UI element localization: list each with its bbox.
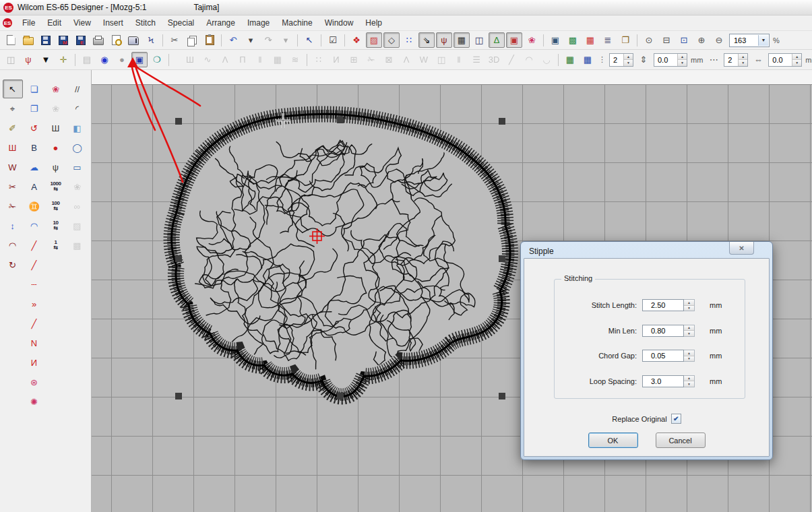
undo-dropdown[interactable]: ▾ bbox=[243, 32, 259, 48]
menu-help[interactable]: Help bbox=[359, 17, 388, 29]
menu-image[interactable]: Image bbox=[241, 17, 276, 29]
save-design-button[interactable] bbox=[38, 32, 54, 48]
column-width-field-spinner[interactable]: ▲▼ bbox=[792, 54, 801, 66]
auto-outline-button[interactable]: ❍ bbox=[149, 52, 165, 67]
zoom-actual-button[interactable]: ⊙ bbox=[641, 32, 657, 48]
menu-file[interactable]: File bbox=[16, 17, 41, 29]
stitch-count-icon[interactable]: ⋯ bbox=[706, 52, 722, 67]
thread-chart-button[interactable]: ≣ bbox=[600, 32, 616, 48]
design-overview-button[interactable]: ▣ bbox=[547, 32, 563, 48]
applique-tool[interactable]: ◠ bbox=[24, 216, 44, 235]
stipple-fill-button[interactable]: ▣ bbox=[131, 52, 148, 67]
jagged-run-tool[interactable]: N bbox=[24, 333, 44, 352]
menu-insert[interactable]: Insert bbox=[97, 17, 129, 29]
menu-arrange[interactable]: Arrange bbox=[200, 17, 241, 29]
export-machine-file-button[interactable] bbox=[73, 32, 89, 48]
penetration-tool[interactable]: ψ bbox=[46, 158, 66, 177]
stemstitch-tool[interactable]: ╱ bbox=[24, 314, 44, 333]
scale-grid-a-button[interactable]: ▦ bbox=[562, 52, 578, 67]
hoop-view-button[interactable]: ◫ bbox=[471, 32, 487, 48]
select-object-tool[interactable]: ↖ bbox=[3, 79, 23, 98]
complex-fill-tool[interactable]: ◧ bbox=[67, 119, 88, 137]
start-needle-button[interactable]: ψ bbox=[20, 52, 36, 67]
picture-view-toggle[interactable]: ▣ bbox=[506, 32, 522, 48]
menu-stitch[interactable]: Stitch bbox=[129, 17, 162, 29]
zoom-out-button[interactable]: ⊖ bbox=[711, 32, 727, 48]
artwork-view-button[interactable]: ❀ bbox=[524, 32, 540, 48]
open-design-button[interactable] bbox=[20, 32, 36, 48]
cancel-button[interactable]: Cancel bbox=[656, 433, 706, 448]
dialog-title-bar[interactable]: Stipple ✕ bbox=[523, 244, 770, 258]
lettering-tool[interactable]: A bbox=[24, 177, 44, 196]
spinner-buttons[interactable]: ▲▼ bbox=[684, 299, 695, 311]
cut-button[interactable]: ✂ bbox=[166, 32, 183, 48]
reshape-curve-tool[interactable]: ❐ bbox=[24, 99, 44, 118]
hatch-fill-view-toggle[interactable]: ▨ bbox=[366, 32, 382, 48]
zoom-in-button[interactable]: ⊕ bbox=[693, 32, 710, 48]
menu-edit[interactable]: Edit bbox=[41, 17, 67, 29]
ellipse-tool[interactable]: ◯ bbox=[67, 138, 88, 157]
measure-tool[interactable]: ↕ bbox=[3, 216, 23, 235]
pull-comp-field-spinner[interactable]: ▲▼ bbox=[677, 54, 687, 66]
menu-window[interactable]: Window bbox=[319, 17, 360, 29]
travel-10-tool[interactable]: 10 ⇆ bbox=[46, 216, 66, 235]
menu-machine[interactable]: Machine bbox=[276, 17, 318, 29]
underlay-count-spin[interactable]: 2▲▼ bbox=[609, 53, 633, 67]
parallel-weave-tool[interactable]: // bbox=[67, 79, 88, 98]
print-button[interactable] bbox=[90, 32, 106, 48]
triple-run-tool[interactable]: ╱ bbox=[24, 255, 44, 274]
add-holes-button[interactable]: ✛ bbox=[55, 52, 71, 67]
chord-gap-field[interactable]: 0.05 bbox=[642, 350, 684, 362]
menu-view[interactable]: View bbox=[67, 17, 97, 29]
thread-colors-button[interactable]: ▩ bbox=[565, 32, 581, 48]
grid-view-toggle[interactable]: ▦ bbox=[454, 32, 470, 48]
motif-run-tool[interactable]: ┄ bbox=[24, 275, 44, 294]
auto-select-pointer-button[interactable]: ↖ bbox=[301, 32, 317, 48]
row-spacing-icon[interactable]: ⇕ bbox=[635, 52, 652, 67]
fan-stitch-tool[interactable]: ◠ bbox=[3, 236, 23, 255]
outlines-view-toggle[interactable]: ◇ bbox=[383, 32, 400, 48]
machine-connect-button[interactable]: Ϟ bbox=[143, 32, 159, 48]
menu-special[interactable]: Special bbox=[162, 17, 200, 29]
undo-button[interactable]: ↶ bbox=[225, 32, 241, 48]
stitch-cursor-toggle[interactable]: ⇘ bbox=[418, 32, 435, 48]
end-needle-button[interactable]: ▼ bbox=[38, 52, 54, 67]
arc-digitize-tool[interactable]: ◜ bbox=[67, 99, 88, 118]
column-a-tool[interactable]: Ш bbox=[3, 138, 23, 157]
spinner-buttons[interactable]: ▲▼ bbox=[684, 350, 695, 362]
needle-points-toggle[interactable]: ψ bbox=[436, 32, 452, 48]
stitch-angle-tool[interactable]: W bbox=[3, 158, 23, 177]
column-width-icon[interactable]: ⇔ bbox=[750, 52, 766, 67]
zigzag-column-tool[interactable]: Ш bbox=[46, 119, 66, 137]
min-len-field[interactable]: 0.80 bbox=[642, 325, 684, 337]
paste-button[interactable] bbox=[201, 32, 218, 48]
zoom-box-button[interactable]: ⊡ bbox=[676, 32, 692, 48]
run-stitch-tool[interactable]: ╱ bbox=[24, 236, 44, 255]
background-view-toggle[interactable]: ∆ bbox=[489, 32, 505, 48]
offset-object-button[interactable]: ◉ bbox=[96, 52, 113, 67]
cut-object-tool[interactable]: ✁ bbox=[3, 197, 23, 216]
stitch-length-field[interactable]: 2.50 bbox=[642, 299, 684, 311]
underlay-count-spin-spinner[interactable]: ▲▼ bbox=[623, 54, 633, 66]
branching-tool[interactable]: ❀ bbox=[46, 79, 66, 98]
ok-button[interactable]: OK bbox=[588, 433, 638, 448]
print-preview-button[interactable] bbox=[108, 32, 124, 48]
travel-1-tool[interactable]: 1 ⇆ bbox=[46, 236, 66, 255]
loop-spacing-field[interactable]: 3.0 bbox=[642, 375, 684, 387]
open-object-tool[interactable]: ✐ bbox=[3, 119, 23, 137]
star-fill-tool[interactable]: ⊛ bbox=[24, 373, 44, 391]
column-width-field[interactable]: 0.0▲▼ bbox=[768, 53, 802, 67]
reshape-object-tool[interactable]: ❏ bbox=[24, 79, 44, 98]
slow-redraw-button[interactable]: ❐ bbox=[617, 32, 633, 48]
remove-stitch-angle-tool[interactable]: ✂ bbox=[3, 177, 23, 196]
zigzag-run-tool[interactable]: И bbox=[24, 353, 44, 372]
options-checkbox-button[interactable]: ☑ bbox=[325, 32, 341, 48]
copy-button[interactable] bbox=[184, 32, 200, 48]
color-film-button[interactable]: ▦ bbox=[582, 32, 598, 48]
spinner-buttons[interactable]: ▲▼ bbox=[684, 325, 695, 337]
block-digitize-tool[interactable]: B bbox=[24, 138, 44, 157]
freehand-select-tool[interactable]: ⌖ bbox=[3, 99, 23, 118]
fusion-fill-tool[interactable]: ☁ bbox=[24, 158, 44, 177]
travel-1000-tool[interactable]: 1000 ⇆ bbox=[46, 177, 66, 196]
travel-100-tool[interactable]: 100 ⇆ bbox=[46, 197, 66, 216]
